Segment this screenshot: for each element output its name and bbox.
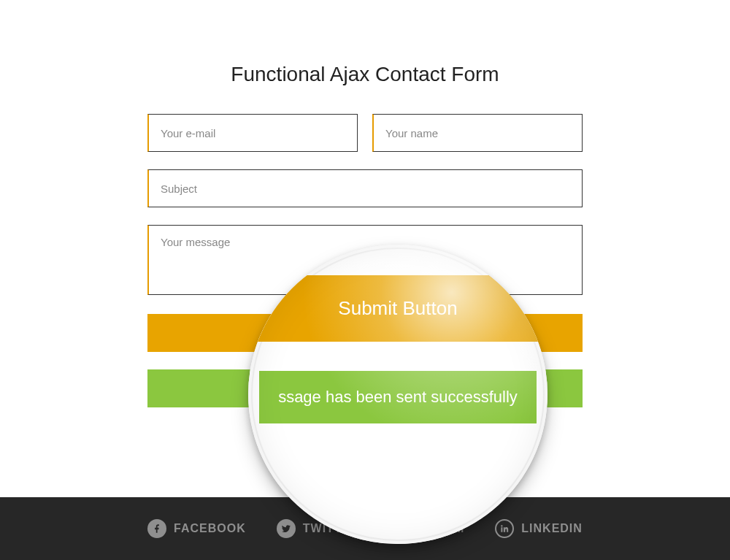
facebook-icon bbox=[147, 519, 166, 538]
twitter-icon bbox=[277, 519, 296, 538]
social-label: AGRAM bbox=[417, 522, 464, 535]
footer: FACEBOOK TWITTER AGRAM LINKEDIN bbox=[0, 497, 730, 560]
social-link-instagram[interactable]: AGRAM bbox=[391, 519, 464, 538]
subject-field[interactable] bbox=[147, 169, 583, 207]
social-link-facebook[interactable]: FACEBOOK bbox=[147, 519, 246, 538]
page-title: Functional Ajax Contact Form bbox=[0, 63, 730, 86]
name-field[interactable] bbox=[372, 114, 583, 152]
submit-button[interactable]: Submit Button bbox=[147, 314, 583, 352]
social-label: FACEBOOK bbox=[174, 522, 246, 535]
success-banner: Your message has been sent successfully. bbox=[147, 369, 583, 407]
social-label: LINKEDIN bbox=[521, 522, 583, 535]
contact-form: Submit Button Your message has been sent… bbox=[147, 114, 583, 407]
linkedin-icon bbox=[495, 519, 514, 538]
social-link-twitter[interactable]: TWITTER bbox=[277, 519, 360, 538]
message-field[interactable] bbox=[147, 225, 583, 295]
email-field[interactable] bbox=[147, 114, 358, 152]
social-label: TWITTER bbox=[303, 522, 360, 535]
social-link-linkedin[interactable]: LINKEDIN bbox=[495, 519, 583, 538]
